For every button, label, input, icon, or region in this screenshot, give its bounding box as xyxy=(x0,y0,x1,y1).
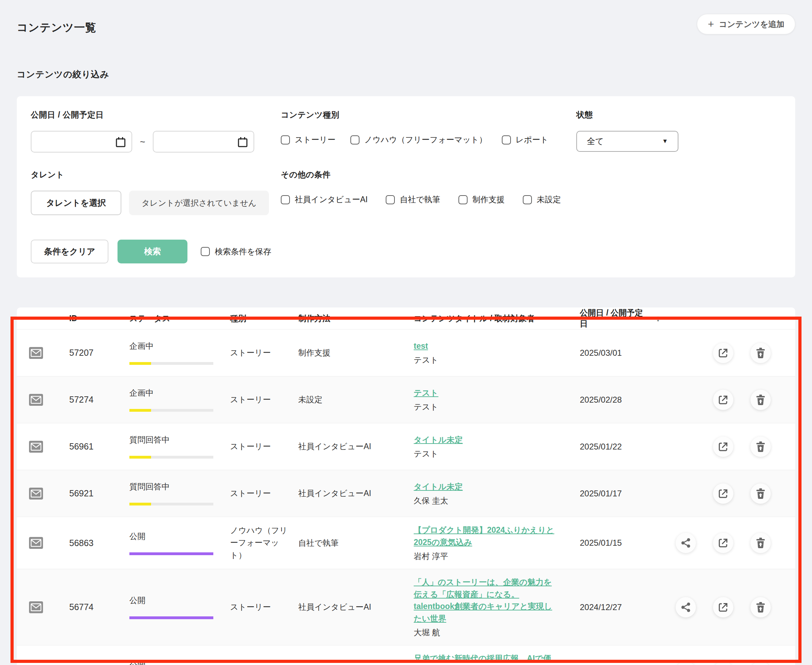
checkbox-unset[interactable]: 未設定 xyxy=(523,194,561,205)
status-progress-bar xyxy=(129,456,213,459)
header-title: コンテンツタイトル / 取材対象者 xyxy=(402,313,564,324)
calendar-icon xyxy=(115,136,126,147)
row-subject: テスト xyxy=(414,401,557,413)
checkbox-icon xyxy=(350,135,359,144)
other-conditions-group: その他の条件 社員インタビューAI 自社で執筆 制作支援 xyxy=(281,169,781,215)
row-envelope-cell xyxy=(17,394,55,406)
delete-button[interactable] xyxy=(750,661,771,665)
row-date: 2025/02/28 xyxy=(564,395,664,405)
content-title-link[interactable]: 「人」のストーリーは、企業の魅力を伝える「広報資産」になる。talentbook… xyxy=(414,578,552,623)
open-in-new-icon xyxy=(718,348,728,358)
envelope-icon[interactable] xyxy=(29,347,43,359)
talent-label: タレント xyxy=(31,169,281,180)
share-button[interactable] xyxy=(676,597,696,618)
envelope-icon[interactable] xyxy=(29,601,43,613)
table-row[interactable]: 56698 公開 ストーリー 社員インタビューAI 兄弟で挑む新時代の採用広報。… xyxy=(17,645,795,665)
share-button[interactable] xyxy=(676,661,696,665)
row-status-label: 公開 xyxy=(129,531,225,542)
checkbox-employee-interview-ai[interactable]: 社員インタビューAI xyxy=(281,194,368,205)
checkbox-production-support-label: 制作支援 xyxy=(472,194,505,205)
header-date[interactable]: 公開日 / 公開予定日 ↓ xyxy=(564,308,664,329)
envelope-icon[interactable] xyxy=(29,441,43,453)
checkbox-icon xyxy=(502,135,511,144)
share-button[interactable] xyxy=(676,533,696,553)
row-subject: テスト xyxy=(414,449,557,459)
checkbox-icon xyxy=(523,195,532,204)
checkbox-story-label: ストーリー xyxy=(295,134,336,145)
row-status-label: 公開 xyxy=(129,595,225,606)
topbar: コンテンツ一覧 + コンテンツを追加 xyxy=(17,14,795,35)
row-type: ストーリー xyxy=(225,441,291,453)
date-filter-label: 公開日 / 公開予定日 xyxy=(31,110,281,120)
table-row[interactable]: 57207 企画中 ストーリー 制作支援 test テスト 2025/03/01 xyxy=(17,329,795,376)
table-row[interactable]: 56921 質問回答中 ストーリー 社員インタビューAI タイトル未定 久保 圭… xyxy=(17,470,795,517)
open-in-new-button[interactable] xyxy=(713,437,733,457)
row-title-cell: 兄弟で挑む新時代の採用広報。AIで価値を創造する経営者の挑戦 大堀 海 xyxy=(402,652,564,665)
envelope-icon[interactable] xyxy=(29,488,43,500)
row-subject: 岩村 淳平 xyxy=(414,551,557,562)
content-title-link[interactable]: タイトル未定 xyxy=(414,435,462,444)
checkbox-report[interactable]: レポート xyxy=(502,134,549,145)
trash-icon xyxy=(756,538,765,548)
add-content-button[interactable]: + コンテンツを追加 xyxy=(697,14,795,34)
row-type: ストーリー xyxy=(225,487,291,500)
row-title-cell: 【プロダクト開発】2024ふりかえりと2025の意気込み 岩村 淳平 xyxy=(402,524,564,562)
checkbox-inhouse-writing[interactable]: 自社で執筆 xyxy=(386,194,440,205)
open-in-new-button[interactable] xyxy=(713,343,733,363)
trash-icon xyxy=(756,602,765,613)
delete-button[interactable] xyxy=(750,343,771,363)
table-row[interactable]: 56961 質問回答中 ストーリー 社員インタビューAI タイトル未定 テスト … xyxy=(17,423,795,470)
open-in-new-button[interactable] xyxy=(713,390,733,410)
talent-select-button[interactable]: タレントを選択 xyxy=(31,191,121,215)
row-status: 質問回答中 xyxy=(120,482,225,506)
delete-button[interactable] xyxy=(750,533,771,553)
row-title-cell: タイトル未定 テスト xyxy=(402,434,564,460)
checkbox-icon xyxy=(386,195,395,204)
clear-conditions-button[interactable]: 条件をクリア xyxy=(31,240,108,264)
row-title-cell: テスト テスト xyxy=(402,387,564,413)
table-row[interactable]: 56863 公開 ノウハウ（フリーフォーマット） 自社で執筆 【プロダクト開発】… xyxy=(17,517,795,569)
row-type: ストーリー xyxy=(225,347,291,359)
checkbox-inhouse-writing-label: 自社で執筆 xyxy=(400,194,440,205)
envelope-icon[interactable] xyxy=(29,394,43,406)
date-from-input[interactable] xyxy=(31,131,132,152)
checkbox-story[interactable]: ストーリー xyxy=(281,134,336,145)
checkbox-icon xyxy=(281,195,290,204)
search-button[interactable]: 検索 xyxy=(118,240,188,264)
open-in-new-button[interactable] xyxy=(713,661,733,665)
content-title-link[interactable]: test xyxy=(414,341,428,351)
row-status-label: 質問回答中 xyxy=(129,482,225,492)
row-actions xyxy=(664,483,795,504)
checkbox-production-support[interactable]: 制作支援 xyxy=(459,194,505,205)
open-in-new-button[interactable] xyxy=(713,597,733,618)
sort-descending-icon[interactable]: ↓ xyxy=(656,313,660,323)
row-date: 2024/12/27 xyxy=(564,603,664,612)
row-type: ノウハウ（フリーフォーマット） xyxy=(225,524,291,562)
delete-button[interactable] xyxy=(750,483,771,504)
checkbox-employee-interview-ai-label: 社員インタビューAI xyxy=(295,194,368,205)
content-title-link[interactable]: タイトル未定 xyxy=(414,482,462,491)
table-row[interactable]: 56774 公開 ストーリー 社員インタビューAI 「人」のストーリーは、企業の… xyxy=(17,569,795,645)
delete-button[interactable] xyxy=(750,390,771,410)
envelope-icon[interactable] xyxy=(29,537,43,549)
row-title-cell: test テスト xyxy=(402,340,564,366)
talent-filter-group: タレント タレントを選択 タレントが選択されていません xyxy=(31,169,281,215)
table-row[interactable]: 57274 企画中 ストーリー 未設定 テスト テスト 2025/02/28 xyxy=(17,376,795,423)
row-id: 56774 xyxy=(55,602,120,612)
open-in-new-button[interactable] xyxy=(713,533,733,553)
row-date: 2025/03/01 xyxy=(564,348,664,358)
content-title-link[interactable]: テスト xyxy=(414,388,438,397)
save-search-checkbox[interactable]: 検索条件を保存 xyxy=(201,246,271,257)
content-title-link[interactable]: 【プロダクト開発】2024ふりかえりと2025の意気込み xyxy=(414,526,554,547)
date-range-separator: ~ xyxy=(140,136,145,147)
delete-button[interactable] xyxy=(750,437,771,457)
content-title-link[interactable]: 兄弟で挑む新時代の採用広報。AIで価値を創造する経営者の挑戦 xyxy=(414,654,551,665)
row-actions xyxy=(664,390,795,410)
plus-icon: + xyxy=(708,19,714,29)
status-progress-bar xyxy=(129,503,213,506)
open-in-new-button[interactable] xyxy=(713,483,733,504)
date-to-input[interactable] xyxy=(153,131,254,152)
state-select[interactable]: 全て ▼ xyxy=(576,131,678,152)
delete-button[interactable] xyxy=(750,597,771,618)
checkbox-knowhow[interactable]: ノウハウ（フリーフォーマット） xyxy=(350,134,487,145)
